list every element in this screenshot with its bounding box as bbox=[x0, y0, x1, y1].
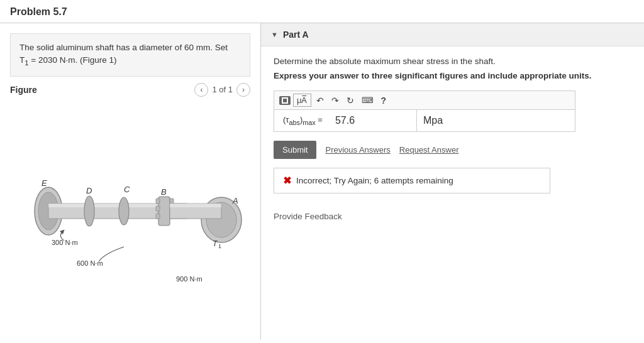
left-panel: The solid aluminum shaft has a diameter … bbox=[0, 23, 261, 340]
previous-answers-button[interactable]: Previous Answers bbox=[325, 145, 390, 155]
description-line2: T1 = 2030 N·m. (Figure 1) bbox=[19, 55, 116, 65]
label-A: A bbox=[232, 196, 238, 205]
feedback-text: Incorrect; Try Again; 6 attempts remaini… bbox=[296, 176, 453, 185]
answer-unit-input[interactable] bbox=[417, 110, 480, 131]
collapse-icon[interactable]: ▼ bbox=[271, 31, 278, 38]
question-text-1: Determine the absolute maximum shear str… bbox=[274, 57, 631, 66]
answer-label: (τabs)max = bbox=[274, 110, 329, 131]
part-a-header: ▼ Part A bbox=[261, 23, 644, 46]
part-a-body: Determine the absolute maximum shear str… bbox=[261, 46, 644, 204]
action-row: Submit Previous Answers Request Answer bbox=[274, 141, 631, 159]
label-C: C bbox=[124, 185, 130, 194]
provide-feedback-area: Provide Feedback bbox=[261, 204, 644, 221]
question-text-2: Express your answer to three significant… bbox=[274, 71, 631, 80]
svg-rect-9 bbox=[156, 214, 160, 219]
svg-rect-8 bbox=[156, 206, 160, 211]
provide-feedback-link[interactable]: Provide Feedback bbox=[274, 212, 342, 221]
svg-rect-16 bbox=[170, 204, 221, 207]
redo-button[interactable]: ↷ bbox=[329, 94, 341, 107]
undo-button[interactable]: ↶ bbox=[314, 94, 326, 107]
answer-row: (τabs)max = bbox=[274, 109, 575, 132]
matrix-button[interactable] bbox=[279, 96, 291, 105]
incorrect-icon: ✖ bbox=[283, 175, 291, 187]
figure-next-button[interactable]: › bbox=[236, 83, 250, 97]
svg-rect-7 bbox=[156, 199, 160, 204]
svg-rect-6 bbox=[158, 197, 170, 226]
figure-header: Figure ‹ 1 of 1 › bbox=[10, 83, 250, 97]
main-content: The solid aluminum shaft has a diameter … bbox=[0, 23, 644, 340]
mu-button[interactable]: μA̅ bbox=[293, 94, 311, 107]
figure-nav: ‹ 1 of 1 › bbox=[194, 83, 250, 97]
shaft-diagram: E D C B A T 1 300 N·m 600 N·m bbox=[14, 143, 247, 288]
description-line1: The solid aluminum shaft has a diameter … bbox=[19, 43, 228, 52]
submit-button[interactable]: Submit bbox=[274, 141, 316, 159]
refresh-button[interactable]: ↻ bbox=[344, 94, 357, 107]
label-900nm: 900 N·m bbox=[176, 275, 203, 283]
feedback-box: ✖ Incorrect; Try Again; 6 attempts remai… bbox=[274, 168, 550, 193]
label-B: B bbox=[161, 187, 167, 197]
svg-point-5 bbox=[119, 197, 129, 225]
label-300nm: 300 N·m bbox=[52, 239, 78, 246]
figure-label: Figure bbox=[10, 85, 37, 95]
request-answer-button[interactable]: Request Answer bbox=[399, 145, 459, 155]
part-label: Part A bbox=[283, 30, 309, 40]
page-title: Problem 5.7 bbox=[10, 6, 67, 17]
label-E: E bbox=[42, 178, 47, 188]
problem-description: The solid aluminum shaft has a diameter … bbox=[10, 33, 250, 77]
figure-image-area: E D C B A T 1 300 N·m 600 N·m bbox=[10, 102, 250, 330]
answer-area: μA̅ ↶ ↷ ↻ ⌨ ? (τabs)max = bbox=[274, 90, 575, 132]
answer-toolbar: μA̅ ↶ ↷ ↻ ⌨ ? bbox=[274, 90, 575, 109]
svg-rect-10 bbox=[170, 199, 174, 204]
right-panel: ▼ Part A Determine the absolute maximum … bbox=[261, 23, 644, 340]
page-header: Problem 5.7 bbox=[0, 0, 644, 23]
svg-text:1: 1 bbox=[218, 243, 221, 249]
label-D: D bbox=[86, 186, 92, 195]
svg-point-4 bbox=[84, 196, 94, 226]
figure-page: 1 of 1 bbox=[212, 85, 233, 94]
answer-value-input[interactable] bbox=[329, 110, 417, 131]
figure-prev-button[interactable]: ‹ bbox=[194, 83, 208, 97]
keyboard-button[interactable]: ⌨ bbox=[359, 94, 376, 106]
help-button[interactable]: ? bbox=[379, 94, 389, 107]
